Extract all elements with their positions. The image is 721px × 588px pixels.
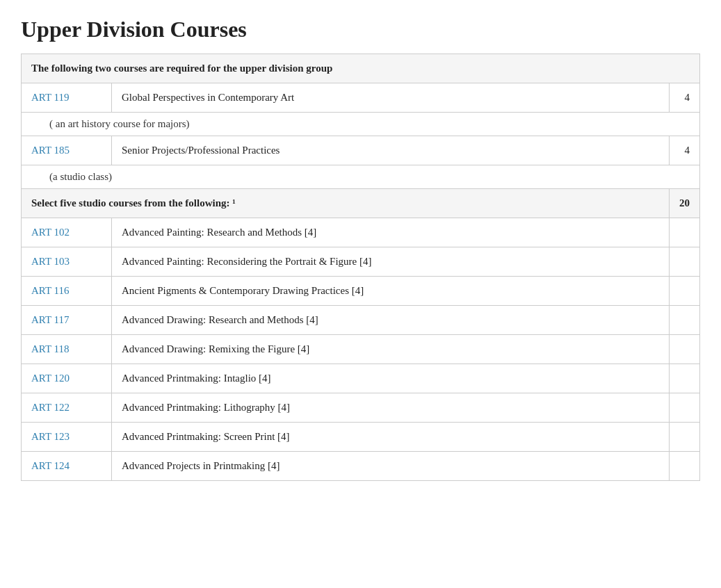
course-note-row: (a studio class) — [22, 165, 700, 188]
course-code[interactable]: ART 119 — [22, 83, 112, 112]
course-units — [670, 276, 700, 305]
section-units: 20 — [670, 188, 700, 218]
table-row: ART 120Advanced Printmaking: Intaglio [4… — [22, 364, 700, 393]
table-row: ART 123Advanced Printmaking: Screen Prin… — [22, 422, 700, 451]
course-units — [670, 364, 700, 393]
course-units — [670, 247, 700, 276]
course-units: 4 — [670, 83, 700, 112]
table-row: ART 103Advanced Painting: Reconsidering … — [22, 247, 700, 276]
course-title: Advanced Drawing: Remixing the Figure [4… — [112, 334, 670, 364]
course-units — [670, 451, 700, 480]
table-row: ART 122Advanced Printmaking: Lithography… — [22, 393, 700, 422]
course-code[interactable]: ART 116 — [22, 276, 112, 305]
course-units — [670, 334, 700, 364]
course-note: (a studio class) — [22, 165, 700, 188]
course-title: Advanced Projects in Printmaking [4] — [112, 451, 670, 480]
page-title: Upper Division Courses — [21, 14, 700, 45]
section-header-label: The following two courses are required f… — [22, 54, 700, 83]
table-row: ART 117Advanced Drawing: Research and Me… — [22, 305, 700, 334]
course-note-row: ( an art history course for majors) — [22, 112, 700, 136]
course-code[interactable]: ART 102 — [22, 218, 112, 247]
table-row: ART 118Advanced Drawing: Remixing the Fi… — [22, 334, 700, 364]
course-title: Advanced Painting: Reconsidering the Por… — [112, 247, 670, 276]
course-code[interactable]: ART 117 — [22, 305, 112, 334]
course-code[interactable]: ART 118 — [22, 334, 112, 364]
course-title: Advanced Printmaking: Screen Print [4] — [112, 422, 670, 451]
course-title: Advanced Printmaking: Intaglio [4] — [112, 364, 670, 393]
table-row: ART 102Advanced Painting: Research and M… — [22, 218, 700, 247]
course-title: Senior Projects/Professional Practices — [112, 136, 670, 165]
table-row: ART 185Senior Projects/Professional Prac… — [22, 136, 700, 165]
course-code[interactable]: ART 123 — [22, 422, 112, 451]
course-title: Ancient Pigments & Contemporary Drawing … — [112, 276, 670, 305]
course-table: The following two courses are required f… — [21, 54, 700, 481]
course-units — [670, 218, 700, 247]
course-title: Global Perspectives in Contemporary Art — [112, 83, 670, 112]
course-title: Advanced Printmaking: Lithography [4] — [112, 393, 670, 422]
course-code[interactable]: ART 120 — [22, 364, 112, 393]
course-units — [670, 422, 700, 451]
course-title: Advanced Painting: Research and Methods … — [112, 218, 670, 247]
table-row: ART 116Ancient Pigments & Contemporary D… — [22, 276, 700, 305]
course-title: Advanced Drawing: Research and Methods [… — [112, 305, 670, 334]
table-row: ART 124Advanced Projects in Printmaking … — [22, 451, 700, 480]
course-units — [670, 305, 700, 334]
course-note: ( an art history course for majors) — [22, 112, 700, 136]
course-code[interactable]: ART 185 — [22, 136, 112, 165]
course-code[interactable]: ART 122 — [22, 393, 112, 422]
section-header-row: Select five studio courses from the foll… — [22, 188, 700, 218]
course-units: 4 — [670, 136, 700, 165]
section-header-label: Select five studio courses from the foll… — [22, 188, 670, 218]
course-units — [670, 393, 700, 422]
table-row: ART 119Global Perspectives in Contempora… — [22, 83, 700, 112]
course-code[interactable]: ART 103 — [22, 247, 112, 276]
section-header-row: The following two courses are required f… — [22, 54, 700, 83]
course-code[interactable]: ART 124 — [22, 451, 112, 480]
